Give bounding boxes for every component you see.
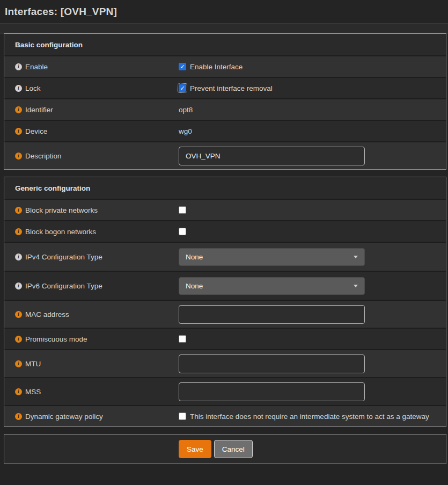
field-label-ipv6-type: IPv6 Configuration Type — [25, 282, 102, 290]
chevron-down-icon — [354, 285, 358, 287]
enable-checkbox[interactable]: ✓ — [179, 63, 186, 70]
field-label-mtu: MTU — [25, 360, 41, 368]
info-icon[interactable]: i — [15, 283, 22, 289]
field-label-mac: MAC address — [25, 310, 69, 318]
row-ipv6-configuration-type: i IPv6 Configuration Type None — [4, 271, 446, 300]
page-header: Interfaces: [OVH_VPN] — [0, 0, 448, 24]
select-value: None — [186, 253, 354, 261]
row-block-private-networks: i Block private networks — [4, 199, 446, 220]
field-label-block-private: Block private networks — [25, 206, 98, 214]
row-promiscuous-mode: i Promiscuous mode — [4, 328, 446, 349]
mac-address-input[interactable] — [179, 305, 365, 324]
field-label-ipv4-type: IPv4 Configuration Type — [25, 253, 102, 261]
info-icon[interactable]: i — [15, 153, 22, 160]
dynamic-gateway-checkbox-label[interactable]: This interface does not require an inter… — [190, 412, 429, 421]
row-block-bogon-networks: i Block bogon networks — [4, 220, 446, 242]
info-icon[interactable]: i — [15, 254, 22, 260]
chevron-down-icon — [354, 256, 358, 258]
row-mss: i MSS — [4, 377, 446, 405]
row-ipv4-configuration-type: i IPv4 Configuration Type None — [4, 242, 446, 271]
identifier-value: opt8 — [179, 106, 193, 114]
block-private-checkbox[interactable] — [179, 206, 186, 214]
field-label-dynamic-gateway: Dynamic gateway policy — [25, 412, 103, 421]
enable-checkbox-label[interactable]: Enable Interface — [190, 63, 243, 71]
save-button[interactable]: Save — [179, 440, 211, 458]
mss-input[interactable] — [179, 382, 365, 401]
cancel-button[interactable]: Cancel — [214, 440, 253, 458]
lock-checkbox-label[interactable]: Prevent interface removal — [190, 84, 273, 92]
field-label-enable: Enable — [25, 63, 48, 71]
info-icon[interactable]: i — [15, 207, 22, 214]
dynamic-gateway-checkbox[interactable] — [179, 412, 186, 420]
field-label-block-bogon: Block bogon networks — [25, 228, 96, 236]
field-label-lock: Lock — [25, 84, 41, 92]
field-label-device: Device — [25, 127, 47, 135]
row-lock: i Lock ✓ Prevent interface removal — [4, 77, 446, 98]
promiscuous-checkbox[interactable] — [179, 335, 186, 343]
select-value: None — [186, 282, 354, 290]
checkmark-icon: ✓ — [180, 85, 185, 91]
panel-basic-configuration: Basic configuration i Enable ✓ Enable In… — [4, 33, 446, 170]
row-dynamic-gateway-policy: i Dynamic gateway policy This interface … — [4, 405, 446, 426]
info-icon[interactable]: i — [15, 106, 22, 113]
info-icon[interactable]: i — [15, 228, 22, 235]
section-header-generic: Generic configuration — [4, 177, 446, 199]
panel-generic-configuration: Generic configuration i Block private ne… — [4, 177, 446, 427]
row-description: i Description — [4, 141, 446, 169]
section-header-basic: Basic configuration — [4, 34, 446, 55]
row-mac-address: i MAC address — [4, 300, 446, 328]
row-identifier: i Identifier opt8 — [4, 98, 446, 120]
section-title: Generic configuration — [15, 184, 90, 192]
info-icon[interactable]: i — [15, 336, 22, 343]
checkmark-icon: ✓ — [180, 64, 185, 70]
block-bogon-checkbox[interactable] — [179, 228, 186, 235]
row-mtu: i MTU — [4, 349, 446, 377]
content-area: Basic configuration i Enable ✓ Enable In… — [0, 33, 448, 464]
field-label-description: Description — [25, 152, 62, 160]
button-bar: Save Cancel — [4, 435, 446, 464]
lock-checkbox[interactable]: ✓ — [179, 84, 186, 92]
mtu-input[interactable] — [179, 354, 365, 373]
row-device: i Device wg0 — [4, 120, 446, 141]
ipv4-type-select[interactable]: None — [179, 248, 365, 266]
section-title: Basic configuration — [15, 41, 83, 49]
description-input[interactable] — [179, 147, 365, 165]
info-icon[interactable]: i — [15, 128, 22, 135]
field-label-identifier: Identifier — [25, 106, 53, 114]
info-icon[interactable]: i — [15, 63, 22, 70]
page-title: Interfaces: [OVH_VPN] — [5, 6, 117, 18]
info-icon[interactable]: i — [15, 388, 22, 395]
info-icon[interactable]: i — [15, 413, 22, 420]
info-icon[interactable]: i — [15, 85, 22, 92]
panel-actions: Save Cancel — [4, 434, 446, 464]
info-icon[interactable]: i — [15, 360, 22, 367]
device-value: wg0 — [179, 127, 192, 135]
header-divider-band — [0, 24, 448, 33]
row-enable: i Enable ✓ Enable Interface — [4, 55, 446, 77]
ipv6-type-select[interactable]: None — [179, 277, 365, 295]
field-label-mss: MSS — [25, 388, 41, 396]
info-icon[interactable]: i — [15, 311, 22, 318]
field-label-promiscuous: Promiscuous mode — [25, 335, 87, 343]
